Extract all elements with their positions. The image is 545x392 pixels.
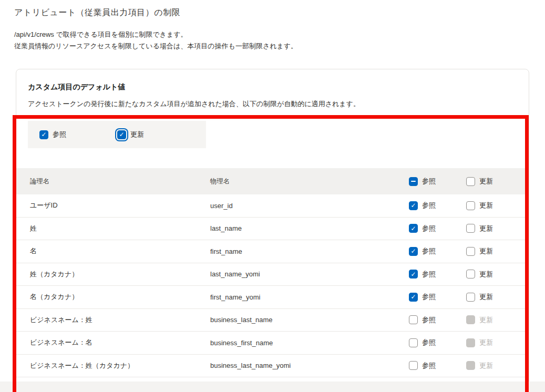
physical-name: last_name_yomi bbox=[210, 270, 409, 278]
logical-name: ビジネスネーム：姓（カタカナ） bbox=[30, 361, 210, 370]
row-update-checkbox[interactable] bbox=[466, 224, 475, 233]
row-update-cell: 更新 bbox=[466, 201, 529, 210]
table-row: ビジネスネーム：姓business_last_name参照更新 bbox=[16, 309, 529, 332]
table-row: 姓last_name参照更新 bbox=[16, 218, 529, 241]
table-row: 姓（カタカナ）last_name_yomi参照更新 bbox=[16, 263, 529, 286]
row-update-checkbox[interactable] bbox=[466, 247, 475, 256]
row-update-label: 更新 bbox=[479, 361, 493, 370]
card-description: アクセストークンの発行後に新たなカスタム項目が追加された場合、以下の制限が自動的… bbox=[28, 99, 360, 109]
row-update-cell: 更新 bbox=[466, 270, 529, 279]
row-update-label: 更新 bbox=[479, 292, 493, 302]
row-view-cell: 参照 bbox=[409, 361, 466, 370]
row-update-label: 更新 bbox=[479, 224, 493, 233]
row-view-checkbox[interactable] bbox=[409, 247, 418, 256]
row-update-checkbox[interactable] bbox=[466, 293, 475, 302]
row-view-cell: 参照 bbox=[409, 315, 466, 325]
table-row: ビジネスネーム：名business_first_name参照更新 bbox=[16, 332, 529, 355]
table-header-row: 論理名 物理名 参照 更新 bbox=[16, 168, 529, 194]
row-update-label: 更新 bbox=[479, 315, 493, 325]
column-header-view: 参照 bbox=[409, 177, 466, 186]
default-view-option: 参照 bbox=[39, 130, 66, 139]
row-view-cell: 参照 bbox=[409, 292, 466, 302]
row-update-checkbox[interactable] bbox=[466, 270, 475, 278]
row-view-checkbox[interactable] bbox=[409, 224, 418, 233]
page: アトリビュート（従業員出力項目）の制限 /api/v1/crews で取得できる… bbox=[0, 0, 545, 392]
default-update-checkbox[interactable] bbox=[117, 130, 126, 139]
row-update-cell: 更新 bbox=[466, 224, 529, 233]
physical-name: user_id bbox=[210, 202, 409, 210]
row-update-label: 更新 bbox=[479, 338, 493, 347]
next-section-strip bbox=[0, 381, 545, 392]
default-permissions-toolbar: 参照 更新 bbox=[28, 121, 206, 148]
row-update-checkbox bbox=[466, 315, 475, 324]
column-header-view-label: 参照 bbox=[422, 177, 436, 186]
row-view-checkbox[interactable] bbox=[409, 201, 418, 210]
row-view-cell: 参照 bbox=[409, 338, 466, 347]
column-header-update: 更新 bbox=[466, 177, 529, 186]
physical-name: business_last_name_yomi bbox=[210, 362, 409, 369]
default-view-label: 参照 bbox=[53, 130, 66, 139]
logical-name: 姓（カタカナ） bbox=[30, 270, 210, 279]
page-description-line2: 従業員情報のリソースアクセスを制限している場合は、本項目の操作も一部制限されます… bbox=[14, 42, 297, 51]
physical-name: first_name bbox=[210, 247, 409, 255]
logical-name: ビジネスネーム：名 bbox=[30, 338, 210, 347]
logical-name: ビジネスネーム：姓 bbox=[30, 315, 210, 325]
column-header-physical-name: 物理名 bbox=[210, 177, 409, 186]
row-view-checkbox[interactable] bbox=[409, 361, 418, 370]
row-view-cell: 参照 bbox=[409, 224, 466, 233]
logical-name: 名 bbox=[30, 246, 210, 256]
column-header-update-label: 更新 bbox=[479, 177, 493, 186]
row-view-label: 参照 bbox=[422, 361, 436, 370]
physical-name: first_name_yomi bbox=[210, 293, 409, 301]
row-view-label: 参照 bbox=[422, 270, 436, 279]
row-view-checkbox[interactable] bbox=[409, 270, 418, 278]
row-view-label: 参照 bbox=[422, 292, 436, 302]
row-view-checkbox[interactable] bbox=[409, 293, 418, 302]
default-update-option: 更新 bbox=[117, 130, 144, 139]
row-view-label: 参照 bbox=[422, 315, 436, 325]
table-row: ビジネスネーム：姓（カタカナ）business_last_name_yomi参照… bbox=[16, 355, 529, 378]
logical-name: ユーザID bbox=[30, 201, 210, 210]
physical-name: last_name bbox=[210, 224, 409, 232]
row-update-label: 更新 bbox=[479, 201, 493, 210]
row-update-label: 更新 bbox=[479, 270, 493, 279]
row-update-checkbox bbox=[466, 338, 475, 347]
row-update-cell: 更新 bbox=[466, 246, 529, 256]
row-view-cell: 参照 bbox=[409, 246, 466, 256]
attributes-table: 論理名 物理名 参照 更新 ユーザIDuser_id参照更新姓last_name… bbox=[16, 168, 529, 377]
card-title: カスタム項目のデフォルト値 bbox=[28, 82, 125, 92]
row-update-label: 更新 bbox=[479, 246, 493, 256]
row-view-label: 参照 bbox=[422, 224, 436, 233]
table-row: 名（カタカナ）first_name_yomi参照更新 bbox=[16, 286, 529, 309]
row-update-cell: 更新 bbox=[466, 315, 529, 325]
select-all-update-checkbox[interactable] bbox=[466, 177, 475, 186]
logical-name: 名（カタカナ） bbox=[30, 292, 210, 302]
page-description-line1: /api/v1/crews で取得できる項目を個別に制限できます。 bbox=[14, 30, 188, 39]
default-update-label: 更新 bbox=[130, 130, 144, 139]
row-update-cell: 更新 bbox=[466, 361, 529, 370]
table-rows: ユーザIDuser_id参照更新姓last_name参照更新名first_nam… bbox=[16, 194, 529, 377]
column-header-logical-name: 論理名 bbox=[30, 177, 210, 186]
row-view-cell: 参照 bbox=[409, 270, 466, 279]
physical-name: business_last_name bbox=[210, 316, 409, 324]
row-view-label: 参照 bbox=[422, 246, 436, 256]
row-view-label: 参照 bbox=[422, 201, 436, 210]
row-update-cell: 更新 bbox=[466, 338, 529, 347]
table-row: 名first_name参照更新 bbox=[16, 240, 529, 263]
row-view-checkbox[interactable] bbox=[409, 315, 418, 324]
default-view-checkbox[interactable] bbox=[39, 130, 48, 139]
row-update-checkbox bbox=[466, 361, 475, 370]
row-view-cell: 参照 bbox=[409, 201, 466, 210]
physical-name: business_first_name bbox=[210, 339, 409, 347]
select-all-view-checkbox[interactable] bbox=[409, 177, 418, 186]
logical-name: 姓 bbox=[30, 224, 210, 233]
row-update-cell: 更新 bbox=[466, 292, 529, 302]
page-title: アトリビュート（従業員出力項目）の制限 bbox=[14, 7, 180, 18]
row-view-label: 参照 bbox=[422, 338, 436, 347]
row-view-checkbox[interactable] bbox=[409, 338, 418, 347]
row-update-checkbox[interactable] bbox=[466, 201, 475, 210]
table-row: ユーザIDuser_id参照更新 bbox=[16, 194, 529, 218]
